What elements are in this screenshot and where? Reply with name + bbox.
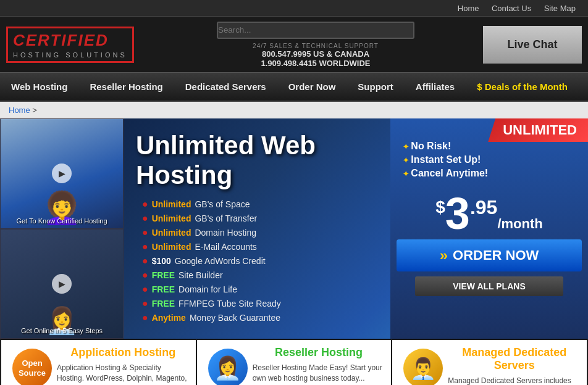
support-info: 24/7 SALES & TECHNICAL SUPPORT 800.547.9… [253,43,379,68]
feat-prefix-6: FREE [152,270,175,280]
logo-hosting: HOSTING SOLUTIONS [13,51,127,59]
feat-prefix-1: Unlimited [152,199,191,209]
hero-video-1[interactable]: 👩‍🦱 ▶ Get To Know Certified Hosting [0,118,124,229]
bullet-instant-setup: Instant Set Up! [403,154,488,165]
header: CERTIFIED HOSTING SOLUTIONS 24/7 SALES &… [0,17,588,72]
hero-right: UNLIMITED No Risk! Instant Set Up! Cance… [390,118,588,339]
feature-adwords: ●$100 Google AdWords Credit [142,255,378,267]
unlimited-banner: UNLIMITED [488,118,588,142]
feat-prefix-2: Unlimited [152,213,191,223]
feature-moneyback: ●Anytime Money Back Guarantee [142,312,378,323]
hero-section: 👩‍🦱 ▶ Get To Know Certified Hosting 👩‍💼 … [0,118,588,339]
cards-row: OpenSource Application Hosting Applicati… [0,339,588,385]
nav-contact[interactable]: Contact Us [492,4,531,13]
logo-area: CERTIFIED HOSTING SOLUTIONS [6,27,154,63]
card-app-icon: OpenSource [7,346,57,385]
price-main: 3 [445,191,470,236]
card-reseller-text: Reseller Hosting Reseller Hosting Made E… [253,346,385,385]
nav-dedicated-servers[interactable]: Dedicated Servers [174,73,277,101]
price-decimal: .95 [470,196,497,219]
top-nav: Home Contact Us Site Map [448,2,576,14]
card-dedicated-desc: Managed Dedicated Servers includes 10TB … [448,376,581,385]
bullet-no-risk: No Risk! [403,141,488,152]
open-source-icon: OpenSource [12,349,52,385]
price-dollar-sign: $ [435,197,445,217]
price-box: $3.95/month [435,191,542,236]
feature-ffmpeg: ●FREE FFMPEG Tube Site Ready [142,298,378,309]
nav-support[interactable]: Support [346,73,405,101]
nav-order-now[interactable]: Order Now [277,73,347,101]
nav-web-hosting[interactable]: Web Hosting [0,73,78,101]
main-nav: Web Hosting Reseller Hosting Dedicated S… [0,72,588,102]
bullet-cancel: Cancel Anytime! [403,168,488,179]
support-phones: 800.547.9995 US & CANADA 1.909.498.4415 … [253,49,379,68]
hero-left: Unlimited Web Hosting ●Unlimited GB's of… [124,118,390,339]
feat-prefix-9: Anytime [152,313,186,323]
hero-title: Unlimited Web Hosting [136,131,378,190]
top-bar: Home Contact Us Site Map [0,0,588,17]
feat-prefix-4: Unlimited [152,242,191,252]
card-reseller-title: Reseller Hosting [253,346,385,359]
feature-domain-life: ●FREE Domain for Life [142,284,378,295]
play-icon-1[interactable]: ▶ [52,164,72,183]
play-icon-2[interactable]: ▶ [52,274,72,294]
card-dedicated-icon: 👨‍💼 [398,346,448,385]
phone-worldwide: 1.909.498.4415 WORLDWIDE [261,59,370,68]
support-title: 24/7 SALES & TECHNICAL SUPPORT [253,43,379,49]
price-period: /month [497,216,542,232]
card-dedicated-text: Managed Dedicated Servers Managed Dedica… [448,346,581,385]
card-app-desc: Application Hosting & Speciality Hosting… [57,363,190,385]
nav-sitemap[interactable]: Site Map [544,4,576,13]
feature-space: ●Unlimited GB's of Space [142,199,378,210]
card-app-title: Application Hosting [57,346,190,359]
nav-home[interactable]: Home [458,4,479,13]
hero-images: 👩‍🦱 ▶ Get To Know Certified Hosting 👩‍💼 … [0,118,124,339]
order-now-button[interactable]: » ORDER NOW [397,239,582,271]
card-reseller-icon: 👩‍💼 [203,346,253,385]
card-reseller: 👩‍💼 Reseller Hosting Reseller Hosting Ma… [197,340,392,385]
feat-prefix-5: $100 [152,256,171,266]
hero-video-1-caption: Get To Know Certified Hosting [1,217,123,225]
logo-box[interactable]: CERTIFIED HOSTING SOLUTIONS [6,27,134,63]
card-app-text: Application Hosting Application Hosting … [57,346,190,385]
breadcrumb: Home > [0,102,588,118]
reseller-person-icon: 👩‍💼 [208,349,248,385]
feat-prefix-7: FREE [152,284,175,294]
order-now-label: ORDER NOW [453,247,539,263]
feature-site-builder: ●FREE Site Builder [142,270,378,281]
card-dedicated: 👨‍💼 Managed Dedicated Servers Managed De… [392,340,587,385]
feature-email: ●Unlimited E-Mail Accounts [142,241,378,252]
dedicated-person-icon: 👨‍💼 [403,349,443,385]
hero-features-list: ●Unlimited GB's of Space ●Unlimited GB's… [142,199,378,323]
card-app-hosting: OpenSource Application Hosting Applicati… [1,340,196,385]
card-app-inner: OpenSource Application Hosting Applicati… [1,340,196,385]
view-all-plans-button[interactable]: VIEW ALL PLANS [415,276,563,296]
live-chat-button[interactable]: Live Chat [483,26,582,64]
feat-prefix-3: Unlimited [152,228,191,238]
nav-reseller-hosting[interactable]: Reseller Hosting [78,73,174,101]
header-middle: 24/7 SALES & TECHNICAL SUPPORT 800.547.9… [154,22,477,68]
logo-certified: CERTIFIED [13,31,127,50]
breadcrumb-home[interactable]: Home [9,106,30,115]
chevrons-icon: » [440,247,448,264]
feature-transfer: ●Unlimited GB's of Transfer [142,213,378,224]
card-dedicated-title: Managed Dedicated Servers [448,346,581,372]
breadcrumb-separator: > [30,106,37,115]
feature-domain-hosting: ●Unlimited Domain Hosting [142,227,378,238]
hero-right-bullets: No Risk! Instant Set Up! Cancel Anytime! [397,141,488,181]
search-input[interactable] [217,22,414,39]
nav-deals[interactable]: $ Deals of the Month [466,73,579,101]
phone-us: 800.547.9995 US & CANADA [262,49,369,59]
card-reseller-desc: Reseller Hosting Made Easy! Start your o… [253,363,385,384]
feat-prefix-8: FREE [152,299,175,308]
card-dedicated-inner: 👨‍💼 Managed Dedicated Servers Managed De… [392,340,587,385]
hero-video-2-caption: Get Online in 5 Easy Steps [1,327,123,334]
nav-affiliates[interactable]: Affiliates [405,73,466,101]
card-reseller-inner: 👩‍💼 Reseller Hosting Reseller Hosting Ma… [197,340,392,385]
hero-video-2[interactable]: 👩‍💼 ▶ Get Online in 5 Easy Steps [0,229,124,339]
